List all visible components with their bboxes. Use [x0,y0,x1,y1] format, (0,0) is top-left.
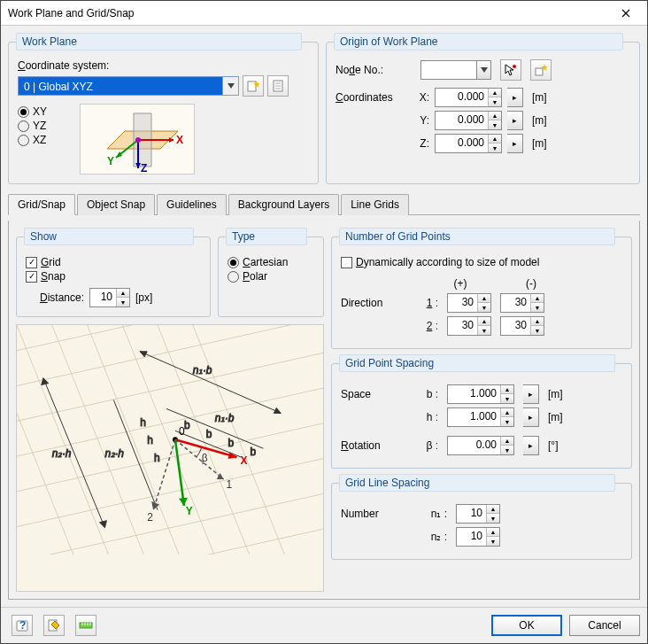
svg-line-26 [17,448,323,536]
space-label: Space [341,388,412,400]
svg-text:β: β [202,452,208,464]
edit-button[interactable] [43,615,65,636]
titlebar: Work Plane and Grid/Snap [1,1,647,26]
node-label: Node No.: [336,64,415,76]
x-extra-button[interactable]: ▸ [507,88,523,107]
tab-guidelines[interactable]: Guidelines [157,194,227,215]
spin-down-icon[interactable]: ▼ [478,326,490,335]
d2-minus-spinner[interactable]: 30▲▼ [500,316,544,336]
tab-objectsnap[interactable]: Object Snap [77,194,155,215]
ok-button[interactable]: OK [491,615,562,636]
plane-yz-radio[interactable]: YZ [18,120,71,132]
polar-label: Polar [243,270,267,283]
d2-plus-spinner[interactable]: 30▲▼ [447,316,491,336]
grid-checkbox[interactable]: Grid [26,256,201,268]
document-icon [271,79,285,93]
chevron-down-icon [476,61,490,79]
y-extra-button[interactable]: ▸ [507,111,523,130]
d1-plus-spinner[interactable]: 30▲▼ [447,293,491,313]
polar-radio[interactable]: Polar [228,270,314,283]
spin-up-icon[interactable]: ▲ [501,437,513,446]
spin-down-icon[interactable]: ▼ [489,144,501,152]
tab-gridsnap[interactable]: Grid/Snap [8,194,75,215]
ruler-icon [79,618,93,632]
n1-value: 10 [457,505,487,523]
z-spinner[interactable]: 0.000▲▼ [435,134,502,153]
pick-node-button[interactable] [500,59,521,81]
dynamic-checkbox[interactable]: Dynamically according to size of model [341,256,622,268]
spin-down-icon[interactable]: ▼ [531,303,544,312]
n2-spinner[interactable]: 10▲▼ [456,527,500,547]
spin-down-icon[interactable]: ▼ [501,417,513,426]
coord-system-combo[interactable]: 0 | Global XYZ [18,76,239,96]
defaults-button[interactable] [75,615,96,636]
spin-up-icon[interactable]: ▲ [501,385,513,394]
spin-up-icon[interactable]: ▲ [531,294,544,303]
spin-up-icon[interactable]: ▲ [478,317,490,326]
b-label: b : [420,388,438,400]
b-value: 1.000 [448,385,501,403]
number-label: Number [341,508,412,520]
window-title: Work Plane and Grid/Snap [8,7,606,19]
spin-down-icon[interactable]: ▼ [117,298,129,306]
content-area: Work Plane Coordinate system: 0 | Global… [1,26,647,607]
tab-background[interactable]: Background Layers [228,194,339,215]
close-button[interactable] [606,2,645,25]
spin-down-icon[interactable]: ▼ [489,120,501,129]
x-spinner[interactable]: 0.000▲▼ [435,88,502,107]
new-node-star-icon [534,63,548,77]
z-extra-button[interactable]: ▸ [507,134,523,153]
h-spinner[interactable]: 1.000▲▼ [447,407,514,427]
spin-up-icon[interactable]: ▲ [487,505,499,514]
d1-minus-spinner[interactable]: 30▲▼ [500,293,544,313]
spin-down-icon[interactable]: ▼ [487,514,499,523]
spin-down-icon[interactable]: ▼ [501,394,513,403]
grid-label: Grid [41,256,61,268]
node-combo[interactable] [420,60,491,80]
b-spinner[interactable]: 1.000▲▼ [447,384,514,404]
spin-down-icon[interactable]: ▼ [531,326,544,335]
cancel-button[interactable]: Cancel [569,615,640,636]
spin-up-icon[interactable]: ▲ [487,528,499,537]
svg-line-29 [35,325,175,555]
spin-down-icon[interactable]: ▼ [489,97,501,106]
distance-spinner[interactable]: 10▲▼ [89,288,130,307]
beta-extra-button[interactable]: ▸ [523,436,539,455]
new-cs-button[interactable] [243,75,264,97]
tabstrip: Grid/Snap Object Snap Guidelines Backgro… [8,193,640,215]
spin-up-icon[interactable]: ▲ [531,317,544,326]
edit-cs-button[interactable] [267,75,289,97]
plane-xz-radio[interactable]: XZ [18,134,71,146]
svg-point-18 [513,65,516,68]
snap-checkbox[interactable]: Snap [26,270,201,283]
new-node-button[interactable] [530,59,552,81]
spin-down-icon[interactable]: ▼ [487,537,499,546]
spin-down-icon[interactable]: ▼ [501,446,513,454]
beta-spinner[interactable]: 0.00▲▼ [447,436,514,455]
spin-up-icon[interactable]: ▲ [117,289,129,298]
dialog-window: Work Plane and Grid/Snap Work Plane Coor… [0,0,648,644]
help-button[interactable]: ? [12,615,33,636]
plane-xy-radio[interactable]: XY [18,105,71,118]
y-value: 0.000 [436,112,489,129]
h-extra-button[interactable]: ▸ [523,407,539,427]
coord-system-label: Coordinate system: [18,59,309,72]
beta-value: 0.00 [448,437,501,454]
y-spinner[interactable]: 0.000▲▼ [435,111,502,130]
spin-up-icon[interactable]: ▲ [478,294,490,303]
left-column: Show Grid Snap Distance: 10▲▼ [px] Type … [16,228,324,592]
spin-up-icon[interactable]: ▲ [489,112,501,120]
d2-label: 2 : [420,320,438,332]
b-extra-button[interactable]: ▸ [523,384,539,404]
spin-up-icon[interactable]: ▲ [501,408,513,417]
svg-line-34 [17,325,140,555]
spin-up-icon[interactable]: ▲ [489,89,501,97]
svg-rect-19 [536,68,543,75]
n1-spinner[interactable]: 10▲▼ [456,504,500,524]
cartesian-radio[interactable]: Cartesian [228,256,314,268]
right-column: Number of Grid Points Dynamically accord… [331,228,632,592]
tab-linegrids[interactable]: Line Grids [341,194,409,215]
spin-up-icon[interactable]: ▲ [489,135,501,144]
spin-down-icon[interactable]: ▼ [478,303,490,312]
svg-text:1: 1 [227,478,233,491]
